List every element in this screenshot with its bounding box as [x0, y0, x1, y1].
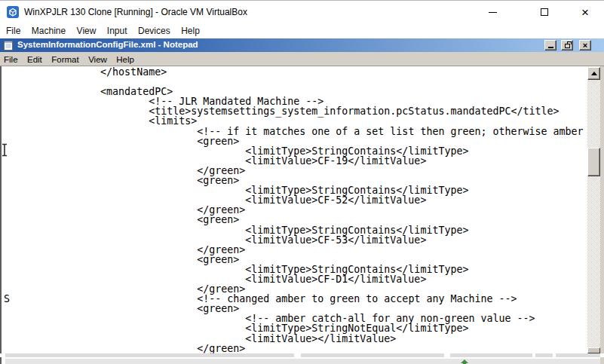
notepad-icon [4, 40, 14, 50]
notepad-titlebar[interactable]: SystemInformationConfigFile.xml - Notepa… [0, 38, 604, 52]
chevron-up-icon [591, 72, 597, 75]
editor-line: <green> [4, 136, 587, 146]
vertical-scrollbar-thumb[interactable] [587, 148, 600, 176]
vbox-menu-view[interactable]: View [77, 23, 97, 36]
vbox-minimize-button[interactable] [475, 1, 510, 23]
vbox-menu-file[interactable]: File [6, 23, 20, 36]
editor-line: <limitValue>CF-53</limitValue> [4, 235, 587, 245]
editor-line: <limits> [4, 116, 587, 126]
maximize-icon [541, 8, 548, 16]
vbox-window-title: WinXPJLR 130 Clone [Running] - Oracle VM… [24, 7, 247, 17]
vbox-titlebar[interactable]: WinXPJLR 130 Clone [Running] - Oracle VM… [0, 1, 604, 23]
close-icon: × [583, 41, 587, 50]
notepad-menu-help[interactable]: Help [116, 53, 134, 64]
editor-line: </hostName> [4, 67, 587, 77]
restore-icon [565, 44, 570, 48]
vbox-menubar: File Machine View Input Devices Help [0, 23, 604, 38]
minimize-icon [489, 12, 497, 13]
virtualbox-logo-icon [6, 5, 20, 19]
hscroll-segment [535, 353, 553, 357]
minimize-icon [548, 47, 553, 48]
close-icon: × [581, 6, 589, 19]
vbox-menu-devices[interactable]: Devices [138, 23, 170, 36]
window-right-border [600, 66, 604, 364]
editor-line: <limitType>StringContains</limitType> [4, 265, 587, 274]
ibeam-cursor-icon [1, 143, 8, 157]
vm-display: SystemInformationConfigFile.xml - Notepa… [0, 38, 604, 364]
taskbar-sliver [5, 359, 600, 364]
editor-line: <limitType>StringNotEqual</limitType> [4, 323, 587, 333]
vbox-menu-machine[interactable]: Machine [32, 23, 66, 36]
vbox-close-button[interactable]: × [568, 1, 602, 23]
horizontal-scrollbar[interactable] [0, 353, 604, 357]
hscroll-segment [5, 353, 294, 357]
hscroll-segment [301, 353, 444, 357]
editor-line: <limitType>StringContains</limitType> [4, 146, 587, 156]
editor-line: <limitValue></limitValue> [4, 334, 587, 344]
notepad-menu-view[interactable]: View [88, 53, 107, 64]
notepad-menu-edit[interactable]: Edit [27, 53, 42, 64]
notepad-menu-format[interactable]: Format [51, 53, 78, 64]
hscroll-segment [450, 353, 532, 357]
editor-text-area[interactable]: </hostName> <mandatedPC> <!-- JLR Mandat… [2, 67, 587, 354]
vbox-maximize-button[interactable] [527, 1, 562, 23]
scroll-up-button[interactable] [587, 67, 600, 80]
virtualbox-window: WinXPJLR 130 Clone [Running] - Oracle VM… [0, 0, 604, 364]
editor-line: </green> [4, 344, 587, 353]
editor-line: <limitValue>CF-19</limitValue> [4, 156, 587, 166]
vbox-menu-help[interactable]: Help [181, 23, 200, 36]
hscroll-segment [556, 353, 600, 357]
scroll-down-button[interactable] [587, 347, 600, 353]
editor-line: <!-- if it matches one of a set list the… [4, 127, 587, 136]
green-arrow-icon[interactable] [461, 359, 468, 364]
editor-line: <green> [4, 215, 587, 225]
notepad-menu-file[interactable]: File [4, 53, 18, 64]
editor-line: </green> [4, 245, 587, 255]
notepad-close-button[interactable]: × [579, 40, 591, 50]
editor-line: <green> [4, 255, 587, 265]
notepad-menubar: File Edit Format View Help [0, 52, 604, 66]
vertical-scrollbar[interactable] [587, 67, 600, 353]
notepad-minimize-button[interactable] [544, 40, 556, 50]
notepad-restore-button[interactable] [561, 40, 573, 50]
notepad-window-title: SystemInformationConfigFile.xml - Notepa… [17, 40, 198, 49]
vbox-menu-input[interactable]: Input [107, 23, 127, 36]
editor-line: <limitType>StringContains</limitType> [4, 225, 587, 235]
